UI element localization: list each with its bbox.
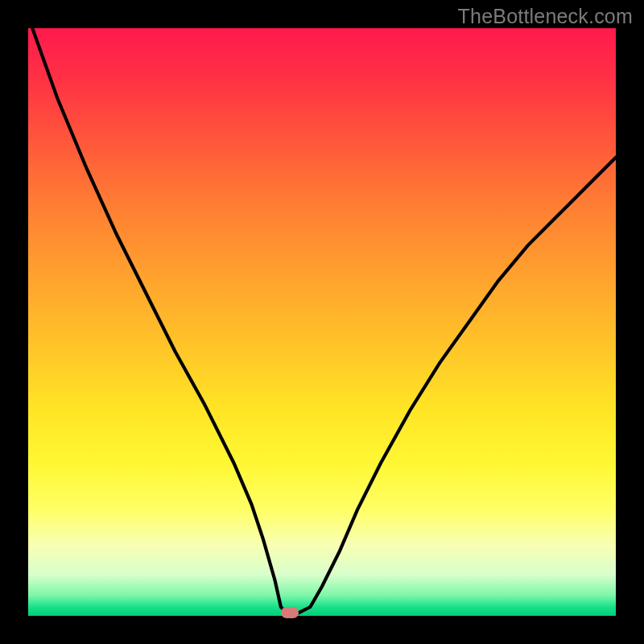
chart-frame: TheBottleneck.com: [0, 0, 644, 644]
curve-svg: [28, 28, 616, 616]
bottleneck-curve: [28, 28, 616, 613]
minimum-marker: [281, 607, 299, 618]
plot-area: [28, 28, 616, 616]
watermark-text: TheBottleneck.com: [458, 5, 633, 28]
